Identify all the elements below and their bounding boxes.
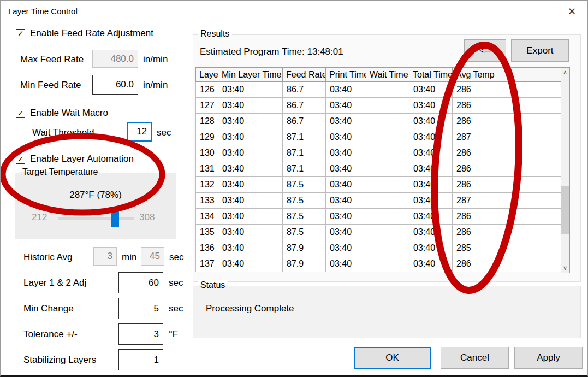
tolerance-unit: °F: [169, 329, 178, 340]
table-scrollbar[interactable]: ∧ ∨: [561, 67, 570, 273]
table-cell: 86.7: [283, 82, 326, 98]
table-cell: 87.9: [283, 240, 326, 256]
table-cell: 87.1: [283, 129, 326, 145]
table-cell: 286: [453, 161, 561, 177]
cancel-button[interactable]: Cancel: [441, 347, 509, 369]
table-cell: 03:40: [326, 145, 366, 161]
table-cell: 129: [196, 129, 218, 145]
scroll-down-icon[interactable]: ∨: [561, 263, 569, 273]
table-cell: 286: [453, 177, 561, 193]
table-cell: 03:40: [326, 82, 366, 98]
stabilizing-layers-input[interactable]: [118, 349, 163, 370]
min-feed-rate-input[interactable]: [92, 75, 138, 95]
table-cell: 133: [196, 193, 218, 209]
table-cell: 286: [453, 82, 561, 98]
export-button[interactable]: Export: [511, 39, 569, 62]
tolerance-label: Tolerance +/-: [23, 329, 78, 340]
table-cell: 03:40: [218, 225, 283, 240]
table-row[interactable]: 13303:4087.503:4003:40287: [196, 193, 561, 209]
checkbox-checked-icon[interactable]: ✓: [16, 29, 25, 38]
table-row[interactable]: 13103:4087.103:4003:40286: [196, 161, 561, 177]
table-cell: 03:40: [218, 82, 283, 98]
table-row[interactable]: 13403:4087.503:4003:40286: [196, 209, 561, 225]
min-change-input[interactable]: [118, 298, 163, 319]
min-change-unit: sec: [169, 303, 183, 314]
table-cell: 03:40: [218, 98, 283, 114]
enable-layer-automation-label: Enable Layer Automation: [30, 154, 134, 164]
table-row[interactable]: 12703:4086.703:4003:40286: [196, 98, 561, 114]
min-feed-rate-label: Min Feed Rate: [20, 80, 81, 91]
status-message: Processing Complete: [206, 303, 294, 314]
table-row[interactable]: 13203:4087.503:4003:40286: [196, 177, 561, 193]
table-cell: 286: [453, 256, 561, 272]
column-header[interactable]: Feed Rate: [283, 68, 326, 82]
target-temperature-group: Target Temperature 287°F (78%) 212 308: [15, 173, 176, 239]
table-cell: 03:40: [409, 98, 453, 114]
enable-wait-macro-checkbox-row[interactable]: ✓ Enable Wait Macro: [16, 108, 108, 119]
enable-feed-rate-label: Enable Feed Rate Adjustment: [30, 28, 153, 39]
table-cell: [366, 256, 409, 272]
table-cell: 03:40: [409, 256, 453, 272]
table-cell: 287: [453, 129, 561, 145]
table-cell: 03:40: [218, 193, 283, 209]
column-header[interactable]: Avg Temp: [453, 68, 561, 82]
layer-1-2-adj-unit: sec: [169, 278, 183, 288]
table-row[interactable]: 12603:4086.703:4003:40286: [196, 82, 561, 98]
table-row[interactable]: 13503:4087.503:4003:40286: [196, 225, 561, 240]
table-cell: 87.5: [283, 193, 326, 209]
max-feed-rate-input: [92, 50, 138, 68]
apply-button[interactable]: Apply: [514, 347, 583, 369]
table-cell: 03:40: [326, 256, 366, 272]
checkbox-checked-icon[interactable]: ✓: [16, 109, 25, 118]
slider-max-label: 308: [139, 212, 155, 223]
enable-layer-automation-checkbox-row[interactable]: ✓ Enable Layer Automation: [16, 154, 134, 164]
column-header[interactable]: Min Layer Time: [218, 68, 283, 82]
table-cell: [366, 82, 409, 98]
table-cell: 03:40: [218, 209, 283, 225]
table-cell: 03:40: [218, 145, 283, 161]
table-cell: 286: [453, 225, 561, 240]
table-row[interactable]: 12803:4086.703:4003:40286: [196, 114, 561, 129]
scrollbar-thumb[interactable]: [561, 186, 569, 234]
table-cell: [366, 177, 409, 193]
table-cell: 87.1: [283, 161, 326, 177]
scroll-up-icon[interactable]: ∧: [561, 68, 569, 77]
historic-avg-min-unit: min: [122, 252, 136, 263]
table-row[interactable]: 13003:4087.103:4003:40286: [196, 145, 561, 161]
table-row[interactable]: 13603:4087.903:4003:40285: [196, 240, 561, 256]
table-header-row: LayerMin Layer TimeFeed RatePrint TimeWa…: [196, 68, 561, 82]
temperature-slider-thumb[interactable]: [111, 210, 119, 227]
column-header[interactable]: Wait Time: [366, 68, 409, 82]
table-cell: 03:40: [409, 129, 453, 145]
table-cell: 86.7: [283, 114, 326, 129]
table-row[interactable]: 13703:4087.903:4003:40286: [196, 256, 561, 272]
results-table: LayerMin Layer TimeFeed RatePrint TimeWa…: [195, 67, 561, 272]
table-cell: 03:40: [326, 240, 366, 256]
table-cell: [366, 98, 409, 114]
table-cell: 131: [196, 161, 218, 177]
table-cell: 03:40: [326, 225, 366, 240]
table-cell: 03:40: [218, 129, 283, 145]
table-cell: 130: [196, 145, 218, 161]
table-cell: 286: [453, 98, 561, 114]
close-icon[interactable]: ✕: [568, 5, 576, 17]
ok-button[interactable]: OK: [354, 347, 431, 369]
enable-feed-rate-checkbox-row[interactable]: ✓ Enable Feed Rate Adjustment: [16, 28, 153, 39]
checkbox-checked-icon[interactable]: ✓: [16, 155, 25, 164]
column-header[interactable]: Total Time: [409, 68, 453, 82]
status-group: Status Processing Complete: [193, 286, 581, 338]
table-cell: 03:40: [218, 256, 283, 272]
table-cell: [366, 114, 409, 129]
temperature-slider-track[interactable]: [58, 217, 134, 220]
back-button[interactable]: <--: [464, 39, 506, 62]
wait-threshold-input[interactable]: [127, 122, 152, 142]
column-header[interactable]: Print Time: [326, 68, 366, 82]
table-row[interactable]: 12903:4087.103:4003:40287: [196, 129, 561, 145]
table-cell: 285: [453, 240, 561, 256]
layer-1-2-adj-input[interactable]: [118, 272, 163, 293]
table-cell: 03:40: [326, 209, 366, 225]
table-cell: 03:40: [218, 114, 283, 129]
column-header[interactable]: Layer: [196, 68, 218, 82]
tolerance-input[interactable]: [118, 323, 163, 345]
table-cell: 03:40: [218, 240, 283, 256]
